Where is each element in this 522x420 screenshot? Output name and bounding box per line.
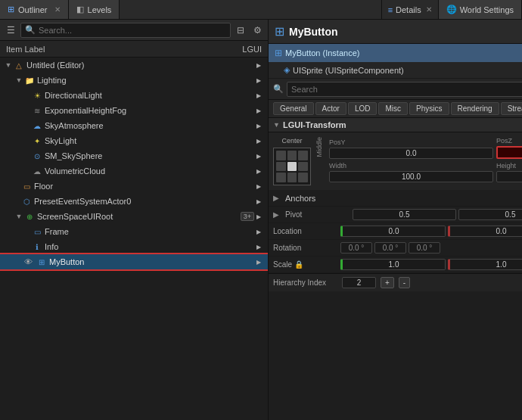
hierarchy-index-input[interactable] (342, 277, 376, 288)
loc-x-input[interactable] (340, 226, 446, 237)
anchor-dot-bc (287, 173, 297, 182)
tree-item-mybutton[interactable]: 👁 ⊞ MyButton ▶ (0, 254, 268, 269)
component-label: UISprite (UISpriteComponent) (293, 66, 404, 75)
settings-icon[interactable]: ⚙ (250, 23, 264, 37)
item-arrow-floor-icon: ▶ (256, 183, 261, 190)
outliner-search-input[interactable] (39, 26, 226, 35)
category-tabs: General Actor LOD Misc Physics Rendering… (269, 100, 522, 118)
tree-label-presetevent: PresetEventSystemActor0 (34, 197, 256, 206)
cat-tab-physics[interactable]: Physics (409, 102, 449, 115)
tree-label-untitled: Untitled (Editor) (26, 61, 256, 70)
pivot-row: ▶ Pivot (269, 207, 522, 223)
item-arrow-skysphere-icon: ▶ (256, 153, 261, 160)
cat-tab-misc[interactable]: Misc (378, 102, 408, 115)
tree-item-skylight[interactable]: ✦ SkyLight ▶ (0, 133, 268, 148)
cat-tab-general[interactable]: General (273, 102, 314, 115)
column-header: Item Label LGUI (0, 41, 268, 58)
outliner-toolbar: ☰ 🔍 ⊟ ⚙ (0, 20, 268, 41)
floor-icon: ▭ (21, 181, 32, 191)
cat-tab-actor[interactable]: Actor (315, 102, 346, 115)
component-row: ◈ UISprite (UISpriteComponent) Edit in C… (269, 62, 522, 79)
expand-arrow-icon: ▼ (3, 61, 14, 69)
tab-outliner-label: Outliner (18, 5, 48, 14)
anchor-dot-br (298, 173, 308, 182)
instance-label: MyButton (Instance) (285, 48, 359, 58)
skyatmo-icon: ☁ (32, 120, 42, 131)
scale-label-container: Scale 🔒 (273, 260, 337, 269)
tree-label-skylight: SkyLight (45, 136, 256, 145)
tree-item-volcloud[interactable]: ☁ VolumetricCloud ▶ (0, 163, 268, 179)
lock-scale-icon[interactable]: 🔒 (294, 260, 303, 269)
tab-levels[interactable]: ◧ Levels (69, 0, 120, 19)
tree-item-uiroot[interactable]: ▼ ⊕ ScreenSpaceUIRoot 3+ ▶ (0, 209, 268, 224)
pivot-arrow-icon: ▶ (273, 210, 279, 219)
outliner-panel: ☰ 🔍 ⊟ ⚙ Item Label LGUI ▼ △ Untitled (Ed… (0, 20, 269, 420)
width-input[interactable] (329, 171, 493, 182)
pivot-x-input[interactable] (353, 209, 456, 220)
col-lgui-label: LGUI (242, 45, 262, 54)
height-input[interactable] (496, 171, 522, 182)
filter-icon[interactable]: ⊟ (234, 23, 247, 37)
tree-item-skyatmo[interactable]: ☁ SkyAtmosphere ▶ (0, 118, 268, 133)
tree-item-presetevent[interactable]: ⬡ PresetEventSystemActor0 ▶ (0, 194, 268, 209)
hierarchy-minus-button[interactable]: - (399, 277, 410, 288)
cat-tab-rendering[interactable]: Rendering (451, 102, 499, 115)
col-item-label: Item Label (6, 45, 45, 54)
pivot-y-input[interactable] (458, 209, 522, 220)
tree-label-dl: DirectionalLight (45, 91, 256, 100)
center-anchor-widget[interactable] (273, 148, 311, 185)
instance-bar[interactable]: ⊞ MyButton (Instance) (269, 44, 522, 62)
scale-x-input[interactable] (340, 259, 446, 270)
visibility-icon[interactable]: 👁 (24, 257, 36, 266)
tree-label-floor: Floor (34, 182, 256, 191)
scale-y-input[interactable] (448, 259, 522, 270)
tree-label-mybutton: MyButton (49, 257, 256, 266)
section-arrow-icon: ▼ (273, 121, 280, 129)
tab-world-settings-label: World Settings (460, 5, 514, 14)
cat-tab-lod[interactable]: LOD (348, 102, 378, 115)
directionallight-icon: ☀ (32, 90, 42, 101)
rot-y-display: 0.0 ° (374, 242, 406, 254)
tree-item-frame[interactable]: ▭ Frame ▶ (0, 224, 268, 239)
tree-item-skysphere[interactable]: ⊙ SM_SkySphere ▶ (0, 148, 268, 163)
tree-item-directionallight[interactable]: ☀ DirectionalLight ▶ (0, 88, 268, 103)
tree-item-fog[interactable]: ≋ ExponentialHeightFog ▶ (0, 103, 268, 118)
rot-x-display: 0.0 ° (340, 242, 372, 254)
tree-item-info[interactable]: ℹ Info ▶ (0, 239, 268, 254)
menu-icon[interactable]: ☰ (4, 23, 17, 37)
folder-icon: 📁 (24, 75, 35, 86)
posy-field-label: PosY (329, 138, 493, 146)
outliner-tree: ▼ △ Untitled (Editor) ▶ ▼ 📁 Lighting ▶ ☀… (0, 58, 268, 420)
width-field-label: Width (329, 162, 493, 170)
tab-outliner-close[interactable]: ✕ (54, 5, 61, 14)
tree-label-frame: Frame (45, 227, 256, 236)
properties-area: ▼ LGUI-Transform Center (269, 118, 522, 420)
main-layout: ☰ 🔍 ⊟ ⚙ Item Label LGUI ▼ △ Untitled (Ed… (0, 20, 522, 420)
tab-details[interactable] (366, 0, 382, 19)
item-arrow-presetevent-icon: ▶ (256, 198, 261, 205)
item-arrow-fog-icon: ▶ (256, 107, 261, 114)
details-panel: ⊞ MyButton + Add ⊞ 🔒 ⊞ MyButton (Instanc… (269, 20, 522, 420)
presetevent-icon: ⬡ (21, 196, 32, 207)
posz-input[interactable] (496, 146, 522, 159)
height-field-label: Height (496, 162, 522, 170)
tab-details-close[interactable]: ✕ (426, 5, 432, 14)
item-arrow-volcloud-icon: ▶ (256, 168, 261, 175)
section-lgui-transform[interactable]: ▼ LGUI-Transform (269, 118, 522, 132)
tree-label-fog: ExponentialHeightFog (45, 106, 256, 115)
anchor-dot-ml (276, 162, 286, 172)
rot-z-display: 0.0 ° (409, 242, 440, 254)
tree-item-untitled[interactable]: ▼ △ Untitled (Editor) ▶ (0, 58, 268, 73)
tree-item-lighting[interactable]: ▼ 📁 Lighting ▶ (0, 73, 268, 88)
tab-levels-label: Levels (88, 5, 112, 14)
posy-input[interactable] (329, 148, 493, 159)
hierarchy-plus-button[interactable]: + (381, 277, 394, 288)
anchor-dot-mc (287, 162, 297, 172)
hierarchy-index-row: Hierarchy Index + - (269, 273, 522, 291)
tree-item-floor[interactable]: ▭ Floor ▶ (0, 179, 268, 194)
details-search-input[interactable] (287, 82, 522, 97)
loc-y-input[interactable] (448, 226, 522, 237)
cat-tab-streaming[interactable]: Streaming (501, 102, 522, 115)
tab-outliner[interactable]: ⊞ Outliner ✕ (0, 0, 69, 19)
expand-arrow-uiroot-icon: ▼ (14, 213, 24, 220)
